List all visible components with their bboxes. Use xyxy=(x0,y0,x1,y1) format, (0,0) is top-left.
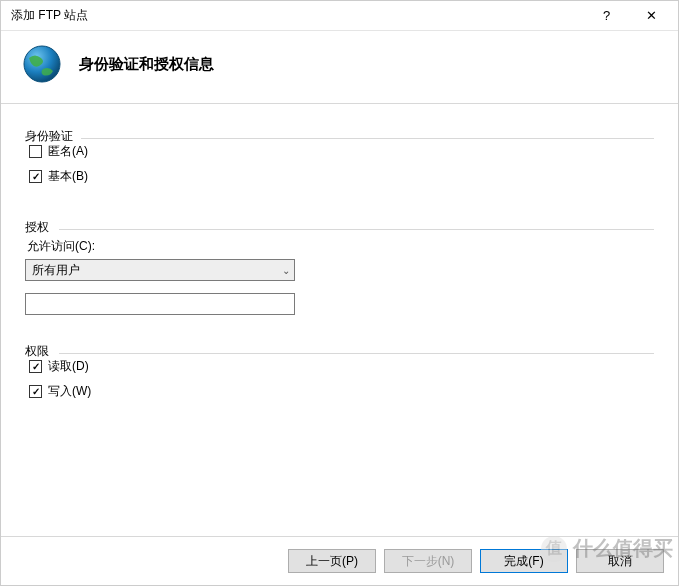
previous-button[interactable]: 上一页(P) xyxy=(288,549,376,573)
finish-button[interactable]: 完成(F) xyxy=(480,549,568,573)
write-label: 写入(W) xyxy=(48,383,91,400)
anonymous-checkbox-row[interactable]: 匿名(A) xyxy=(25,139,654,164)
allow-access-value: 所有用户 xyxy=(32,262,80,279)
window-title: 添加 FTP 站点 xyxy=(11,7,584,24)
dialog-window: 添加 FTP 站点 ? ✕ 身份验证和授权信息 身份验证 xyxy=(0,0,679,586)
cancel-button[interactable]: 取消 xyxy=(576,549,664,573)
authz-extra-input[interactable] xyxy=(25,293,295,315)
read-checkbox[interactable] xyxy=(29,360,42,373)
authz-group-label: 授权 xyxy=(25,219,654,236)
basic-checkbox-row[interactable]: 基本(B) xyxy=(25,164,654,189)
svg-point-0 xyxy=(24,46,60,82)
wizard-header: 身份验证和授权信息 xyxy=(1,31,678,104)
basic-checkbox[interactable] xyxy=(29,170,42,183)
allow-access-label: 允许访问(C): xyxy=(27,238,654,255)
read-label: 读取(D) xyxy=(48,358,89,375)
close-button[interactable]: ✕ xyxy=(629,2,674,30)
read-checkbox-row[interactable]: 读取(D) xyxy=(25,354,654,379)
button-bar: 上一页(P) 下一步(N) 完成(F) 取消 xyxy=(1,536,678,585)
write-checkbox[interactable] xyxy=(29,385,42,398)
chevron-down-icon: ⌄ xyxy=(282,265,290,276)
anonymous-checkbox[interactable] xyxy=(29,145,42,158)
content-area: 身份验证 匿名(A) 基本(B) 授权 允许访问(C): 所有用户 ⌄ 权限 读… xyxy=(1,104,678,536)
write-checkbox-row[interactable]: 写入(W) xyxy=(25,379,654,404)
allow-access-select[interactable]: 所有用户 ⌄ xyxy=(25,259,295,281)
page-title: 身份验证和授权信息 xyxy=(79,55,214,74)
titlebar: 添加 FTP 站点 ? ✕ xyxy=(1,1,678,31)
anonymous-label: 匿名(A) xyxy=(48,143,88,160)
divider xyxy=(59,229,654,230)
globe-icon xyxy=(21,43,63,85)
next-button: 下一步(N) xyxy=(384,549,472,573)
basic-label: 基本(B) xyxy=(48,168,88,185)
help-button[interactable]: ? xyxy=(584,2,629,30)
